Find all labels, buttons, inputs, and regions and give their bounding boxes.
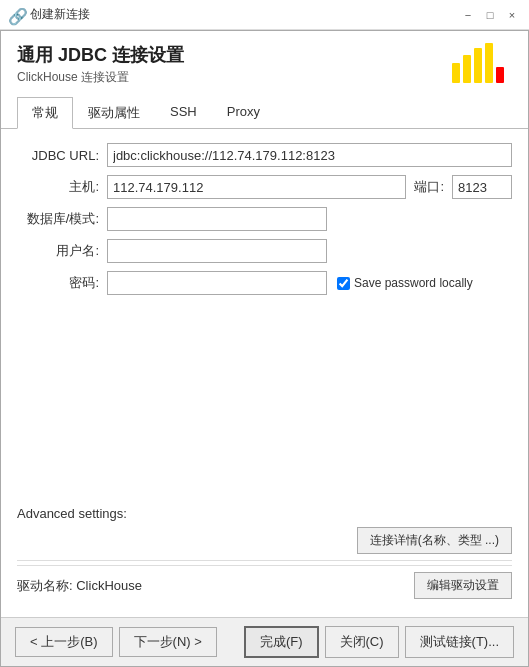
jdbc-url-row: JDBC URL: (17, 143, 512, 167)
main-window: 通用 JDBC 连接设置 ClickHouse 连接设置 常规 驱动属性 SSH… (0, 30, 529, 667)
window-title: 通用 JDBC 连接设置 (17, 43, 184, 67)
save-password-text: Save password locally (354, 276, 473, 290)
test-button[interactable]: 测试链接(T)... (405, 626, 514, 658)
edit-driver-button[interactable]: 编辑驱动设置 (414, 572, 512, 599)
logo-bars (452, 43, 504, 83)
logo-bar-1 (463, 55, 471, 83)
driver-row: 驱动名称: ClickHouse 编辑驱动设置 (17, 565, 512, 605)
title-bar-left: 🔗 创建新连接 (8, 6, 90, 23)
logo-bar-3 (485, 43, 493, 83)
username-row: 用户名: (17, 239, 512, 263)
host-port-row: 主机: 端口: (17, 175, 512, 199)
form-area: JDBC URL: 主机: 端口: 数据库/模式: 用户名: 密码: (1, 129, 528, 617)
tab-bar: 常规 驱动属性 SSH Proxy (1, 86, 528, 129)
host-label: 主机: (17, 178, 107, 196)
username-label: 用户名: (17, 242, 107, 260)
bottom-bar: < 上一步(B) 下一步(N) > 完成(F) 关闭(C) 测试链接(T)... (1, 617, 528, 666)
save-password-checkbox[interactable] (337, 277, 350, 290)
jdbc-url-label: JDBC URL: (17, 148, 107, 163)
maximize-button[interactable]: □ (481, 6, 499, 24)
prev-button[interactable]: < 上一步(B) (15, 627, 113, 657)
title-controls: − □ × (459, 6, 521, 24)
tab-general[interactable]: 常规 (17, 97, 73, 129)
divider (17, 560, 512, 561)
port-input[interactable] (452, 175, 512, 199)
logo-bar-4 (496, 67, 504, 83)
advanced-title: Advanced settings: (17, 506, 512, 521)
logo-bar-0 (452, 63, 460, 83)
database-row: 数据库/模式: (17, 207, 512, 231)
save-password-label[interactable]: Save password locally (337, 276, 473, 290)
bottom-left-buttons: < 上一步(B) 下一步(N) > (15, 627, 217, 657)
username-input[interactable] (107, 239, 327, 263)
form-spacer (17, 303, 512, 498)
window-subtitle: ClickHouse 连接设置 (17, 69, 184, 86)
finish-button[interactable]: 完成(F) (244, 626, 319, 658)
password-label: 密码: (17, 274, 107, 292)
app-icon: 🔗 (8, 7, 24, 23)
close-dialog-button[interactable]: 关闭(C) (325, 626, 399, 658)
database-label: 数据库/模式: (17, 210, 107, 228)
jdbc-url-input[interactable] (107, 143, 512, 167)
database-input[interactable] (107, 207, 327, 231)
connection-details-button[interactable]: 连接详情(名称、类型 ...) (357, 527, 512, 554)
port-label: 端口: (414, 178, 444, 196)
password-row: 密码: Save password locally (17, 271, 512, 295)
tab-ssh[interactable]: SSH (155, 97, 212, 129)
bottom-right-buttons: 完成(F) 关闭(C) 测试链接(T)... (244, 626, 514, 658)
minimize-button[interactable]: − (459, 6, 477, 24)
tab-proxy[interactable]: Proxy (212, 97, 275, 129)
title-text: 创建新连接 (30, 6, 90, 23)
advanced-section: Advanced settings: 连接详情(名称、类型 ...) 驱动名称:… (17, 498, 512, 609)
next-button[interactable]: 下一步(N) > (119, 627, 217, 657)
header-left: 通用 JDBC 连接设置 ClickHouse 连接设置 (17, 43, 184, 86)
password-input[interactable] (107, 271, 327, 295)
window-header: 通用 JDBC 连接设置 ClickHouse 连接设置 (1, 31, 528, 86)
advanced-buttons: 连接详情(名称、类型 ...) (17, 527, 512, 554)
tab-driver-props[interactable]: 驱动属性 (73, 97, 155, 129)
host-input[interactable] (107, 175, 406, 199)
close-button[interactable]: × (503, 6, 521, 24)
host-port-group: 端口: (107, 175, 512, 199)
title-bar: 🔗 创建新连接 − □ × (0, 0, 529, 30)
password-group: Save password locally (107, 271, 512, 295)
driver-name-label: 驱动名称: ClickHouse (17, 577, 142, 595)
logo-bar-2 (474, 48, 482, 83)
